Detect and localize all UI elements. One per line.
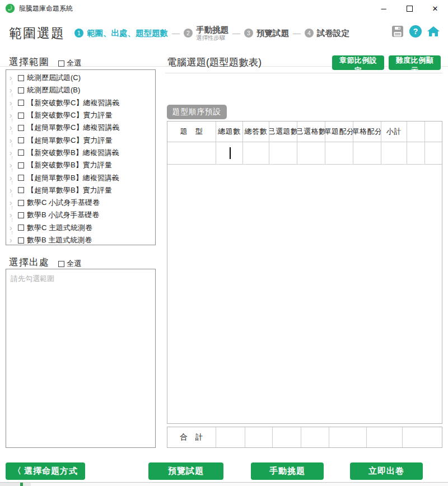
tree-item[interactable]: › 【超簡單數學C】實力評量	[6, 134, 155, 146]
checkbox[interactable]	[18, 187, 24, 193]
cell-empty	[407, 142, 425, 165]
chevron-right-icon[interactable]: ›	[10, 75, 15, 81]
col-header-points-per-blank: 單格配分	[353, 121, 381, 142]
app-logo-icon	[5, 3, 15, 13]
taskbar-active-app-indicator	[20, 483, 23, 486]
total-row: 合 計	[167, 427, 442, 448]
checkbox[interactable]	[18, 100, 24, 106]
step-1-circle: 1	[74, 29, 83, 38]
cell-type[interactable]	[167, 142, 216, 165]
cell-points-per-question[interactable]	[325, 142, 353, 165]
chevron-right-icon[interactable]: ›	[10, 212, 15, 218]
tree-item[interactable]: › 【超簡單數學C】總複習講義	[6, 121, 155, 134]
range-tree-panel: › 統測歷屆試題(C) › 統測歷屆試題(B) › 【新突破數學C】總複習講義 …	[6, 69, 156, 245]
tree-item[interactable]: › 統測歷屆試題(B)	[6, 84, 155, 96]
generate-paper-button[interactable]: 立即出卷	[350, 462, 423, 480]
chevron-right-icon[interactable]: ›	[10, 225, 15, 231]
checkbox[interactable]	[18, 113, 24, 119]
cell-selected-questions[interactable]	[269, 142, 297, 165]
tree-item[interactable]: › 【新突破數學B】總複習講義	[6, 147, 155, 159]
checkbox[interactable]	[18, 75, 24, 81]
cell-total-questions-input[interactable]	[216, 142, 243, 165]
total-label: 合 計	[167, 427, 216, 447]
step-3-preview[interactable]: 3 預覽試題	[244, 28, 289, 39]
chevron-right-icon[interactable]: ›	[10, 188, 15, 193]
checkbox[interactable]	[18, 225, 24, 231]
step-dash: —	[293, 29, 301, 38]
tree-item[interactable]: › 【新突破數學B】實力評量	[6, 159, 155, 171]
table-header-row: 題 型 總題數 總答數 已選題數 已選格數 單題配分 單格配分 小計	[167, 121, 442, 142]
step-3-circle: 3	[244, 29, 253, 38]
chevron-right-icon[interactable]: ›	[10, 125, 15, 130]
range-select-all[interactable]: 全選	[58, 58, 81, 68]
total-cell	[301, 427, 329, 447]
checkbox[interactable]	[18, 175, 24, 181]
source-select-all[interactable]: 全選	[58, 259, 81, 269]
tree-item[interactable]: › 數學B 小試身手基礎卷	[6, 209, 155, 221]
col-header-total-questions: 總題數	[216, 121, 243, 142]
home-icon[interactable]	[427, 25, 440, 38]
step-2-sublabel: 選擇性步驟	[196, 34, 228, 41]
chapter-ratio-button[interactable]: 章節比例設定	[332, 55, 384, 70]
col-header-total-answers: 總答數	[243, 121, 269, 142]
step-4-settings[interactable]: 4 試卷設定	[305, 28, 349, 39]
chevron-right-icon[interactable]: ›	[10, 175, 15, 181]
difficulty-ratio-button[interactable]: 難度比例顯示	[389, 55, 441, 70]
source-panel: 請先勾選範圍	[6, 269, 156, 448]
cell-total-answers[interactable]	[243, 142, 269, 165]
cell-selected-blanks[interactable]	[297, 142, 325, 165]
step-1-range[interactable]: 1 範圍、出處、題型題數	[74, 28, 168, 39]
chevron-right-icon[interactable]: ›	[10, 87, 15, 93]
tree-item[interactable]: › 數學C 小試身手基礎卷	[6, 197, 155, 209]
col-header-type: 題 型	[167, 121, 216, 142]
chevron-right-icon[interactable]: ›	[10, 113, 15, 118]
step-dash: —	[232, 29, 240, 38]
checkbox[interactable]	[18, 87, 24, 94]
checkbox[interactable]	[18, 162, 24, 169]
close-icon[interactable]: ✕	[422, 0, 448, 17]
range-select-all-label: 全選	[67, 58, 81, 68]
manual-pick-button[interactable]: 手動挑題	[251, 462, 324, 480]
checkbox[interactable]	[18, 137, 24, 143]
col-header-empty	[407, 121, 425, 142]
chevron-right-icon[interactable]: ›	[10, 150, 15, 156]
checkbox[interactable]	[18, 149, 24, 156]
col-header-empty	[425, 121, 442, 142]
taskbar-edge	[0, 482, 448, 486]
step-1-label: 範圍、出處、題型題數	[87, 28, 168, 39]
chevron-right-icon[interactable]: ›	[10, 200, 15, 205]
step-dash: —	[172, 29, 180, 38]
back-to-method-button[interactable]: 〈選擇命題方式	[6, 462, 85, 480]
source-select-all-label: 全選	[67, 259, 81, 269]
checkbox[interactable]	[18, 125, 24, 131]
chevron-right-icon[interactable]: ›	[10, 162, 15, 168]
chevron-right-icon[interactable]: ›	[10, 138, 15, 143]
tree-item[interactable]: › 【超簡單數學B】實力評量	[6, 184, 155, 197]
preview-questions-button[interactable]: 預覽試題	[148, 462, 223, 480]
col-header-subtotal: 小計	[381, 121, 407, 142]
source-select-all-checkbox[interactable]	[58, 261, 64, 267]
window-titlebar: 龍騰題庫命題系統 ─ ✕	[0, 0, 448, 17]
total-cell	[216, 427, 245, 447]
minimize-icon[interactable]: ─	[371, 0, 396, 17]
range-select-all-checkbox[interactable]	[58, 60, 64, 67]
cell-empty	[425, 142, 442, 165]
checkbox[interactable]	[18, 237, 24, 244]
help-icon[interactable]: ?	[409, 25, 422, 38]
tree-item[interactable]: › 【超簡單數學B】總複習講義	[6, 171, 155, 184]
checkbox[interactable]	[18, 200, 24, 206]
tree-item[interactable]: › 數學C 主題式統測卷	[6, 222, 155, 234]
chevron-right-icon[interactable]: ›	[10, 100, 15, 106]
step-4-label: 試卷設定	[317, 28, 349, 39]
tree-item[interactable]: › 【新突破數學C】實力評量	[6, 109, 155, 121]
cell-subtotal[interactable]	[381, 142, 407, 165]
chevron-right-icon[interactable]: ›	[10, 237, 15, 243]
tree-item[interactable]: › 數學B 主題式統測卷	[6, 234, 155, 245]
tree-item[interactable]: › 【新突破數學C】總複習講義	[6, 97, 155, 109]
save-icon[interactable]	[391, 25, 404, 38]
step-2-manual[interactable]: 2 手動挑題 選擇性步驟	[184, 25, 228, 41]
checkbox[interactable]	[18, 212, 24, 218]
cell-points-per-blank[interactable]	[353, 142, 381, 165]
maximize-icon[interactable]	[396, 0, 422, 17]
tree-item[interactable]: › 統測歷屆試題(C)	[6, 72, 155, 84]
